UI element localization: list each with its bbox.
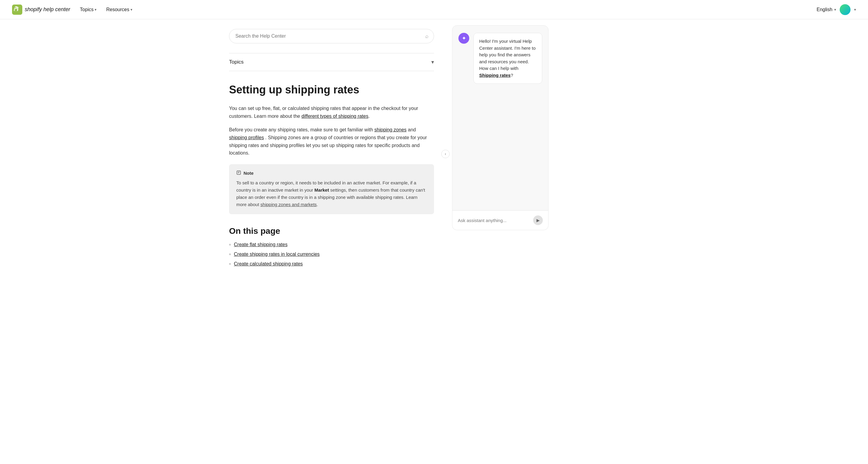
on-this-page-title: On this page xyxy=(229,226,434,236)
topics-label: Topics xyxy=(229,59,244,65)
toc-link-1[interactable]: Create flat shipping rates xyxy=(234,242,287,247)
article-body: Setting up shipping rates You can set up… xyxy=(229,83,434,267)
topics-expand-icon: ▾ xyxy=(431,59,434,65)
avatar[interactable] xyxy=(840,4,850,15)
chat-shipping-rates-link[interactable]: Shipping rates xyxy=(479,72,510,78)
chat-panel: ✦ Hello! I'm your virtual Help Center as… xyxy=(452,25,549,230)
resources-chevron-icon: ▾ xyxy=(130,7,132,12)
shipping-zones-link[interactable]: shipping zones xyxy=(374,127,407,132)
toc-bullet-icon xyxy=(229,253,231,255)
search-icon: ⌕ xyxy=(425,33,429,39)
toc-link-2[interactable]: Create shipping rates in local currencie… xyxy=(234,252,320,257)
search-input[interactable] xyxy=(229,29,434,43)
nav-topics[interactable]: Topics ▾ xyxy=(80,6,96,13)
svg-rect-2 xyxy=(238,172,240,172)
header: shopify help center Topics ▾ Resources ▾… xyxy=(0,0,868,19)
shipping-profiles-link[interactable]: shipping profiles xyxy=(229,135,264,140)
note-icon xyxy=(236,170,241,176)
chat-send-button[interactable]: ▶ xyxy=(533,215,543,225)
article-title: Setting up shipping rates xyxy=(229,83,434,96)
chat-send-icon: ▶ xyxy=(536,218,540,223)
chat-input-area: ▶ xyxy=(453,210,548,230)
language-selector[interactable]: English ▾ xyxy=(817,7,836,12)
note-title: Note xyxy=(244,171,253,176)
shipping-zones-markets-link[interactable]: shipping zones and markets xyxy=(260,202,317,207)
topics-chevron-icon: ▾ xyxy=(95,7,96,12)
search-container: ⌕ xyxy=(229,29,434,43)
toc-item-3: Create calculated shipping rates xyxy=(229,261,434,267)
toc-bullet-icon xyxy=(229,263,231,265)
toc-bullet-icon xyxy=(229,244,231,246)
page-layout: ⌕ Topics ▾ Setting up shipping rates You… xyxy=(217,19,651,289)
toc-item-1: Create flat shipping rates xyxy=(229,242,434,247)
svg-rect-0 xyxy=(12,4,22,15)
avatar-chevron-icon[interactable]: ▾ xyxy=(854,7,856,12)
chat-messages: ✦ Hello! I'm your virtual Help Center as… xyxy=(453,26,548,210)
toc-item-2: Create shipping rates in local currencie… xyxy=(229,252,434,257)
lang-chevron-icon: ▾ xyxy=(834,7,836,12)
article-intro: You can set up free, flat, or calculated… xyxy=(229,104,434,120)
shopify-logo-icon xyxy=(12,4,22,15)
note-header: Note xyxy=(236,170,427,176)
chat-bot-message: ✦ Hello! I'm your virtual Help Center as… xyxy=(458,33,542,84)
different-types-link[interactable]: different types of shipping rates xyxy=(301,114,368,119)
chat-collapse-toggle[interactable]: ‹ xyxy=(441,150,450,158)
main-content: ⌕ Topics ▾ Setting up shipping rates You… xyxy=(229,19,446,289)
sidebar-panel: ‹ ✦ Hello! I'm your virtual Help Center … xyxy=(446,19,549,289)
note-box: Note To sell to a country or region, it … xyxy=(229,164,434,214)
article-para2: Before you create any shipping rates, ma… xyxy=(229,126,434,157)
logo[interactable]: shopify help center xyxy=(12,4,70,15)
toc-link-3[interactable]: Create calculated shipping rates xyxy=(234,261,303,267)
topics-accordion[interactable]: Topics ▾ xyxy=(229,53,434,71)
logo-text: shopify help center xyxy=(25,6,70,13)
chat-input[interactable] xyxy=(458,218,530,223)
chat-bot-avatar: ✦ xyxy=(458,33,469,44)
note-body: To sell to a country or region, it needs… xyxy=(236,179,427,208)
toc-list: Create flat shipping rates Create shippi… xyxy=(229,242,434,267)
chat-bubble: Hello! I'm your virtual Help Center assi… xyxy=(473,33,542,84)
header-right: English ▾ ▾ xyxy=(817,4,856,15)
nav-resources[interactable]: Resources ▾ xyxy=(106,6,132,13)
header-left: shopify help center Topics ▾ Resources ▾ xyxy=(12,4,132,15)
svg-rect-3 xyxy=(238,173,239,173)
